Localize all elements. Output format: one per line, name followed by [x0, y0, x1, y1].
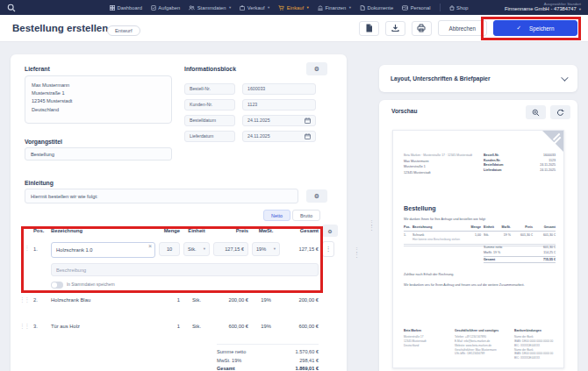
supplier-address-box[interactable]: Max Mustermann Musterstraße 1 12345 Must…	[25, 75, 172, 124]
einleitung-label: Einleitung	[25, 180, 54, 186]
row-gesamt: 200,00 €	[283, 297, 319, 303]
nav-shop[interactable]: Shop	[449, 5, 469, 11]
doc-footer: Beta Marken Musterstraße 17 12345 Muster…	[404, 329, 556, 360]
layout-panel-title: Layout, Unterschriften & Briefpapier	[391, 75, 491, 82]
export-document-button[interactable]	[359, 21, 379, 36]
nav-label: Aufgaben	[158, 5, 180, 11]
address-line: Max Mustermann	[32, 82, 165, 89]
row-pos: 2.	[33, 297, 47, 303]
einheit-select[interactable]: Stk. ▾	[183, 242, 210, 256]
chevron-down-icon: ▾	[579, 7, 581, 11]
preview-document: Beta Marken · Musterstraße 17 · 12345 Mu…	[392, 130, 564, 368]
gear-icon: ⚙	[314, 66, 319, 72]
item-row-2[interactable]: ⋮⋮ 2. Holzschrank Blau 1 Stk. 200,00 € 1…	[19, 297, 338, 303]
infoblock-settings-button[interactable]: ⚙	[306, 62, 327, 75]
infoblock-label: Informationsblock	[184, 66, 236, 72]
nav-verkauf[interactable]: Verkauf ▾	[240, 5, 269, 11]
check-icon: ✓	[517, 25, 521, 32]
panel-resize-handle[interactable]: ⋮⋮	[354, 247, 359, 259]
layout-panel[interactable]: Layout, Unterschriften & Briefpapier	[379, 65, 577, 92]
einleitung-settings-button[interactable]: ⚙	[306, 189, 327, 203]
doc-item-description: Hier könnte eine Beschreibung stehen	[404, 238, 556, 241]
doc-items-table: Pos. Bezeichnung Menge Einheit MwSt. Pre…	[404, 225, 556, 246]
chevron-down-icon: ▾	[229, 5, 231, 10]
nav-aufgaben[interactable]: Aufgaben	[151, 5, 180, 11]
einleitung-input[interactable]	[25, 189, 298, 203]
row-name: Holzschrank Blau	[51, 297, 155, 303]
download-icon	[391, 24, 399, 32]
row-einheit: Stk.	[183, 324, 210, 329]
save-label: Speichern	[529, 25, 554, 32]
row-menu-button[interactable]: ⋮	[322, 241, 334, 257]
col-preis: Preis	[213, 228, 248, 233]
chevron-down-icon: ▾	[274, 246, 276, 251]
finance-icon	[318, 5, 323, 11]
tasks-icon	[151, 5, 156, 11]
item-name-input[interactable]	[51, 242, 155, 258]
search-icon[interactable]	[7, 4, 16, 12]
nav-finanzen[interactable]: Finanzen ▾	[318, 5, 351, 11]
preis-input[interactable]	[213, 242, 248, 256]
stammdaten-toggle[interactable]	[51, 282, 63, 289]
save-button[interactable]: ✓ Speichern	[493, 20, 577, 36]
doc-heading: Bestellung	[404, 204, 436, 212]
file-icon	[365, 24, 373, 32]
vorgangstitel-input[interactable]	[25, 147, 172, 161]
lieferant-label: Lieferant	[25, 66, 50, 72]
status-badge: Entwurf	[107, 25, 140, 36]
doc-recipient: Max Mustermann Musterstraße 1 12345 Must…	[404, 159, 431, 175]
row-menge: 1	[159, 297, 180, 303]
contacts-icon	[189, 5, 195, 11]
item-description-row	[19, 263, 338, 276]
summary-row: Summe netto 1.570,60 €	[217, 349, 319, 354]
beschreibung-input[interactable]	[51, 263, 319, 276]
nav-label: Personal	[411, 5, 431, 11]
chevron-down-icon	[561, 74, 568, 81]
lieferdatum-field[interactable]: 24.11.2025	[242, 131, 316, 142]
table-settings-button[interactable]: ⚙	[322, 225, 338, 237]
cancel-button[interactable]: Abbrechen	[438, 20, 487, 36]
toggle-label: In Stammdaten speichern	[67, 282, 115, 287]
printer-icon	[417, 24, 426, 32]
chevron-down-icon: ▾	[268, 5, 269, 10]
zoom-preview-button[interactable]	[526, 105, 546, 119]
top-navbar: Dashboard Aufgaben Stammdaten ▾ Verkauf …	[0, 0, 588, 15]
location-value: Firmenname GmbH - 47384747	[505, 6, 577, 11]
menge-input[interactable]	[159, 242, 180, 256]
price-mode-toggle: Netto Brutto	[263, 210, 320, 221]
row-pos: 3.	[33, 324, 47, 329]
mwst-select[interactable]: 19% ▾	[252, 242, 280, 256]
vorgangstitel-label: Vorgangstitel	[25, 139, 62, 145]
print-button[interactable]	[412, 21, 432, 36]
panel-resize-handle[interactable]: ⋮⋮	[369, 220, 374, 232]
kebab-icon: ⋮	[326, 246, 332, 252]
item-row-3[interactable]: ⋮⋮ 3. Tür aus Holz 1 Stk. 600,00 € 19% 6…	[19, 324, 338, 330]
field-label: Bestell-Nr.	[184, 83, 235, 95]
nav-personal[interactable]: Personal	[402, 5, 430, 11]
drag-handle-icon[interactable]: ⋮⋮	[19, 246, 30, 252]
col-bezeichnung: Bezeichnung	[51, 228, 155, 233]
location-selector[interactable]: Ausgewählter Standort Firmenname GmbH - …	[505, 2, 581, 11]
clear-icon[interactable]: ×	[148, 243, 152, 249]
nav-dokumente[interactable]: Dokumente	[360, 5, 393, 11]
nav-label: Finanzen	[325, 5, 346, 11]
bestelldatum-field[interactable]: 24.11.2025	[242, 115, 316, 126]
nav-dashboard[interactable]: Dashboard	[110, 5, 142, 11]
nav-einkauf-active[interactable]: Einkauf ▾	[278, 5, 309, 11]
cart-icon	[278, 5, 284, 11]
calendar-icon	[305, 118, 311, 124]
drag-handle-icon[interactable]: ⋮⋮	[19, 297, 30, 303]
refresh-preview-button[interactable]	[550, 105, 570, 119]
bestell-nr-field[interactable]: 1600033	[242, 83, 316, 95]
nav-stammdaten[interactable]: Stammdaten ▾	[189, 5, 231, 11]
doc-item-row: 1. Schrank 1,00 Stk. 19 % 601,30 € 601,3…	[404, 232, 556, 237]
chevron-down-icon: ▾	[349, 5, 351, 10]
drag-handle-icon[interactable]: ⋮⋮	[19, 324, 30, 330]
sales-icon	[240, 5, 245, 11]
netto-toggle[interactable]: Netto	[263, 210, 290, 221]
brutto-toggle[interactable]: Brutto	[292, 210, 320, 221]
chevron-down-icon: ▾	[307, 5, 309, 10]
kunden-nr-field[interactable]: 1123	[242, 99, 316, 111]
row-mwst: 19%	[252, 324, 280, 329]
download-button[interactable]	[385, 21, 405, 36]
